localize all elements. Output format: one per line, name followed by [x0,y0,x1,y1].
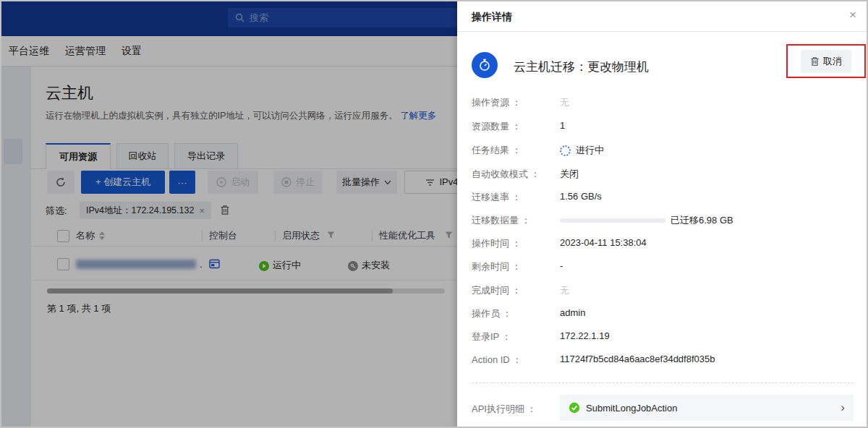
app-window: 搜索 平台运维 运营管理 设置 云主机 运行在物理机上的虚拟机实例，具有独立的I… [0,0,868,428]
task-result-text: 进行中 [576,144,604,157]
field-label: 自动收敛模式 ： [472,168,540,181]
field-row: 迁移速率 ：1.56 GB/s [457,191,868,205]
field-row-progress: 迁移数据量 ： 已迁移6.98 GB [457,214,868,228]
field-row: 登录IP ：172.22.1.19 [457,330,868,345]
field-row: 完成时间 ：无 [457,284,868,299]
field-value: 11724f7b5cd84a6aac8ef34ddf8f035b [560,354,715,364]
field-value: 关闭 [560,168,579,181]
drawer-overlay-mask[interactable] [1,1,457,428]
field-value: admin [560,307,585,318]
field-value: 无 [560,96,569,109]
annotation-highlight-box: 取消 [786,44,866,78]
success-check-icon [569,402,580,414]
cancel-button-label: 取消 [823,55,842,68]
drawer-title: 操作详情 [472,11,512,24]
chevron-right-icon: › [841,401,845,415]
field-label: 登录IP ： [472,330,511,343]
field-row: 剩余时间 ：- [457,260,868,275]
dashed-divider [472,382,854,383]
field-row: 资源数量 ：1 [457,120,868,134]
field-label: Action ID ： [472,354,522,367]
drawer-header: 操作详情 × [457,1,868,32]
field-label: 任务结果 ： [472,144,522,157]
field-value: 172.22.1.19 [560,330,610,341]
field-value: 进行中 [560,144,604,157]
field-label: 完成时间 ： [472,284,522,297]
api-detail-label: API执行明细 ： [472,403,537,416]
field-row: 操作资源 ：无 [457,96,868,111]
field-value: 无 [560,284,569,297]
field-value: - [560,260,563,271]
field-label: 迁移速率 ： [472,191,522,204]
field-row: 自动收敛模式 ：关闭 [457,168,868,182]
trash-icon [810,56,820,67]
field-row: 操作时间 ：2023-04-11 15:38:04 [457,237,868,252]
migration-progress-bar [560,218,665,223]
field-row: Action ID ：11724f7b5cd84a6aac8ef34ddf8f0… [457,354,868,368]
field-row: 任务结果 ：进行中 [457,144,868,158]
field-label: 剩余时间 ： [472,260,522,273]
api-action-name: SubmitLongJobAction [586,403,835,414]
field-value: 2023-04-11 15:38:04 [560,237,647,248]
field-value: 1.56 GB/s [560,191,602,202]
loading-spinner-icon [560,145,571,156]
field-label: 资源数量 ： [472,120,522,133]
field-row: 操作员 ：admin [457,307,868,322]
api-detail-row[interactable]: SubmitLongJobAction › [560,395,854,421]
operation-detail-drawer: 操作详情 × 云主机迁移：更改物理机 取消 操作资源 ：无 资源数量 ：1 任务… [457,1,868,428]
field-label: 操作时间 ： [472,237,522,250]
migration-progress-caption: 已迁移6.98 GB [671,214,733,227]
close-icon[interactable]: × [849,8,856,22]
operation-title: 云主机迁移：更改物理机 [514,59,649,75]
cancel-button[interactable]: 取消 [801,50,851,73]
migration-task-icon [472,52,498,78]
field-label: 操作资源 ： [472,96,522,109]
field-label: 操作员 ： [472,307,512,320]
field-value: 1 [560,120,565,131]
field-label: 迁移数据量 ： [472,214,531,227]
